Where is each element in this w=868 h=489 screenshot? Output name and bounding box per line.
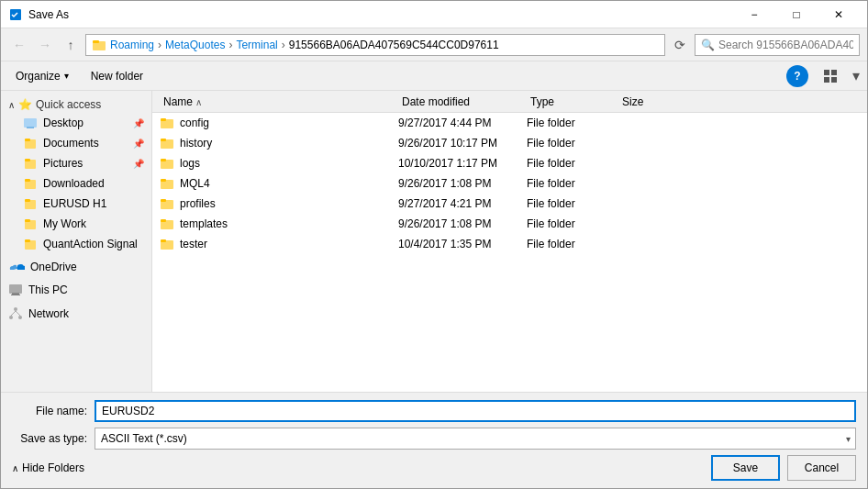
file-list-body: config 9/27/2017 4:44 PM File folder his… [152,113,867,392]
table-row[interactable]: profiles 9/27/2017 4:21 PM File folder [152,194,867,214]
filename-label: File name: [12,405,95,417]
sidebar-item-mywork[interactable]: My Work [1,214,151,234]
pin-icon-desktop: 📌 [133,118,144,128]
save-button[interactable]: Save [711,455,780,481]
breadcrumb-terminal[interactable]: Terminal [236,39,277,51]
sidebar-item-downloaded[interactable]: Downloaded [1,173,151,194]
sidebar-item-thispc[interactable]: This PC [1,280,151,300]
sidebar-item-pictures[interactable]: Pictures 📌 [1,153,151,173]
close-button[interactable]: ✕ [818,1,860,28]
table-row[interactable]: logs 10/10/2017 1:17 PM File folder [152,153,867,173]
folder-icon [160,237,174,251]
title-bar-controls: − □ ✕ [733,1,860,28]
sidebar-label-mywork: My Work [43,217,86,230]
col-header-name[interactable]: Name ∧ [160,95,398,108]
svg-rect-42 [161,239,166,242]
sidebar: ∧ ⭐ Quick access Desktop 📌 [1,91,152,392]
sidebar-label-quantaction: QuantAction Signal [43,238,138,250]
sidebar-label-network: Network [28,307,69,320]
search-icon: 🔍 [701,39,715,51]
pictures-icon [23,156,38,171]
toolbar: Organize ▾ New folder ? ▾ [1,61,867,91]
help-button[interactable]: ? [786,65,808,87]
svg-rect-10 [25,139,30,141]
sidebar-label-pictures: Pictures [43,157,83,170]
sidebar-item-network[interactable]: Network [1,304,151,324]
search-input[interactable] [718,39,853,51]
minimize-button[interactable]: − [733,1,775,28]
folder-icon [160,156,174,171]
sort-arrow: ∧ [195,97,202,107]
eurusd-folder-icon [23,196,38,211]
back-button[interactable]: ← [8,34,30,56]
sidebar-item-documents[interactable]: Documents 📌 [1,133,151,153]
svg-rect-3 [824,70,829,75]
sidebar-label-downloaded: Downloaded [43,177,105,190]
svg-rect-36 [161,179,166,182]
svg-rect-4 [831,70,837,75]
pin-icon-pictures: 📌 [133,159,144,169]
breadcrumb-current: 915566BA06ADA407569C544CC0D97611 [289,39,499,51]
table-row[interactable]: config 9/27/2017 4:44 PM File folder [152,113,867,133]
quick-access-icon: ⭐ [18,98,32,111]
breadcrumb-roaming[interactable]: Roaming [110,39,154,51]
sidebar-item-onedrive[interactable]: OneDrive [1,258,151,276]
saveas-label: Save as type: [12,432,95,445]
sidebar-item-eurusd[interactable]: EURUSD H1 [1,194,151,214]
quick-access-section: ∧ ⭐ Quick access Desktop 📌 [1,94,151,254]
downloaded-icon [23,176,38,191]
svg-rect-38 [161,199,166,202]
folder-icon [160,217,174,231]
mywork-folder-icon [23,217,38,231]
file-list: Name ∧ Date modified Type Size config [152,91,867,392]
up-button[interactable]: ↑ [60,34,82,56]
svg-rect-32 [161,139,166,141]
view-button[interactable] [819,65,841,87]
filename-row: File name: [12,400,856,422]
search-bar: 🔍 [695,34,860,56]
sidebar-item-desktop[interactable]: Desktop 📌 [1,113,151,133]
title-bar: Save As − □ ✕ [1,1,867,28]
svg-rect-20 [25,239,30,242]
refresh-button[interactable]: ⟳ [669,34,691,56]
sidebar-label-onedrive: OneDrive [30,261,77,273]
svg-rect-16 [25,199,30,202]
sidebar-item-quantaction[interactable]: QuantAction Signal [1,234,151,254]
forward-button[interactable]: → [34,34,56,56]
breadcrumb-metaquotes[interactable]: MetaQuotes [165,39,225,51]
svg-rect-14 [25,179,30,182]
table-row[interactable]: tester 10/4/2017 1:35 PM File folder [152,234,867,254]
quick-access-header[interactable]: ∧ ⭐ Quick access [1,94,151,113]
table-row[interactable]: templates 9/26/2017 1:08 PM File folder [152,214,867,234]
saveas-select-wrapper: ASCII Text (*.csv)CSV (Comma delimited) … [95,428,856,450]
filename-input[interactable] [95,400,856,422]
svg-rect-6 [831,77,837,83]
svg-rect-5 [824,77,829,83]
col-header-type[interactable]: Type [527,95,618,108]
network-icon [8,306,23,321]
svg-point-26 [18,316,22,319]
svg-point-24 [14,307,17,311]
cancel-button[interactable]: Cancel [787,455,856,481]
new-folder-button[interactable]: New folder [83,65,150,87]
svg-rect-7 [24,118,37,128]
svg-rect-40 [161,219,166,222]
svg-rect-21 [9,284,22,294]
col-header-date[interactable]: Date modified [398,95,527,108]
bottom-bar: File name: Save as type: ASCII Text (*.c… [1,392,867,488]
col-header-size[interactable]: Size [618,95,692,108]
hide-folders-button[interactable]: ∧ Hide Folders [12,461,84,474]
organize-button[interactable]: Organize ▾ [8,65,76,87]
table-row[interactable]: MQL4 9/26/2017 1:08 PM File folder [152,173,867,194]
breadcrumb[interactable]: Roaming › MetaQuotes › Terminal › 915566… [85,34,665,56]
table-row[interactable]: history 9/26/2017 10:17 PM File folder [152,133,867,153]
maximize-button[interactable]: □ [775,1,818,28]
window-title: Save As [28,8,733,21]
nav-bar: ← → ↑ Roaming › MetaQuotes › Terminal › … [1,28,867,61]
saveas-select[interactable]: ASCII Text (*.csv)CSV (Comma delimited) … [95,428,856,450]
svg-rect-30 [161,118,166,121]
organize-dropdown: Organize ▾ [8,65,76,87]
svg-rect-8 [27,127,34,128]
sidebar-label-thispc: This PC [28,283,68,296]
folder-breadcrumb-icon [92,38,106,52]
